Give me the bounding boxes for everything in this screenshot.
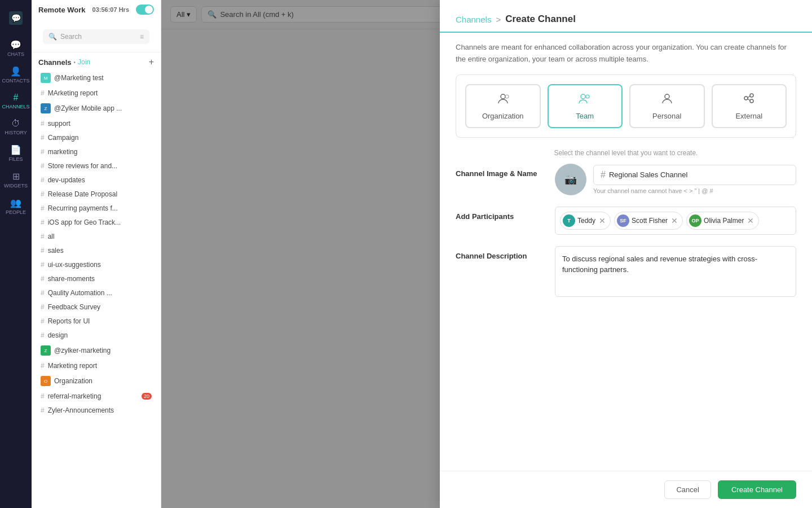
channel-item[interactable]: # ui-ux-suggestions <box>34 258 158 271</box>
channel-item[interactable]: # all <box>34 230 158 243</box>
remote-work-toggle[interactable] <box>136 5 154 15</box>
channel-item[interactable]: # sales <box>34 244 158 257</box>
channel-item[interactable]: # Release Date Proposal <box>34 187 158 201</box>
remove-scott-button[interactable]: ✕ <box>671 216 678 225</box>
remote-work-label: Remote Work <box>38 6 86 14</box>
nav-widgets[interactable]: ⊞ WIDGETS <box>2 168 29 192</box>
hash-icon: # <box>41 204 45 212</box>
channel-item[interactable]: # Campaign <box>34 131 158 144</box>
channel-item[interactable]: # referral-marketing 20 <box>34 389 158 403</box>
channel-item[interactable]: # Reports for UI <box>34 314 158 328</box>
channel-item[interactable]: # design <box>34 329 158 342</box>
nav-history[interactable]: ⏱ HISTORY <box>2 115 29 139</box>
channel-item[interactable]: # share-moments <box>34 272 158 286</box>
channel-item[interactable]: M @Marketing test … <box>34 70 158 86</box>
channel-name: Qaulity Automation ... <box>48 289 152 297</box>
hash-icon: # <box>41 218 45 226</box>
nav-people[interactable]: 👥 PEOPLE <box>2 194 29 218</box>
channel-name: Marketing report <box>48 362 152 370</box>
modal-body: Organization Team Personal <box>440 75 812 471</box>
external-label: External <box>735 112 762 120</box>
channel-name-input-field[interactable]: # Regional Sales Channel <box>593 165 796 185</box>
contacts-icon: 👤 <box>10 66 21 77</box>
add-channel-button[interactable]: + <box>149 57 154 67</box>
channel-item[interactable]: # iOS app for Geo Track... <box>34 216 158 229</box>
people-icon: 👥 <box>10 198 21 208</box>
type-option-external[interactable]: External <box>712 84 787 128</box>
channel-avatar: Z <box>41 103 51 113</box>
channel-item[interactable]: # Marketing report <box>34 359 158 373</box>
channel-avatar: M <box>41 73 51 83</box>
nav-channels[interactable]: # CHANNELS <box>2 89 29 113</box>
participant-tag-scott: SF Scott Fisher ✕ <box>614 212 683 230</box>
channel-name: iOS app for Geo Track... <box>48 218 152 226</box>
channel-name-value[interactable]: Regional Sales Channel <box>609 170 789 179</box>
nav-chats[interactable]: 💬 CHATS <box>2 36 29 60</box>
history-icon: ⏱ <box>11 119 20 129</box>
channel-item[interactable]: # marketing <box>34 145 158 159</box>
nav-contacts[interactable]: 👤 CONTACTS <box>2 63 29 87</box>
svg-point-5 <box>586 95 589 98</box>
hash-icon: # <box>41 134 45 142</box>
join-channels-link[interactable]: Join <box>78 58 90 66</box>
personal-label: Personal <box>652 112 681 120</box>
participant-name-olivia: Olivia Palmer <box>704 217 744 225</box>
description-textarea[interactable]: To discuss regional sales and revenue st… <box>555 246 796 297</box>
channel-name: Organization <box>54 377 140 385</box>
channel-list-header: 🔍 Search ≡ <box>32 19 161 52</box>
participant-avatar-teddy: T <box>563 214 575 227</box>
channel-name: ui-ux-suggestions <box>48 261 152 269</box>
channel-item[interactable]: # support <box>34 117 158 130</box>
channel-item[interactable]: # MArketing report <box>34 86 158 100</box>
channel-image-upload[interactable]: 📷 <box>555 164 586 195</box>
channel-item[interactable]: # dev-updates <box>34 173 158 187</box>
create-channel-button[interactable]: Create Channel <box>718 480 796 499</box>
channel-item[interactable]: Z @zylker-marketing … <box>34 343 158 358</box>
create-channel-modal: Channels > Create Channel Channels are m… <box>440 0 812 508</box>
remove-teddy-button[interactable]: ✕ <box>599 216 606 225</box>
participant-name-scott: Scott Fisher <box>632 217 668 225</box>
channel-name: Feedback Survey <box>48 303 152 311</box>
remove-olivia-button[interactable]: ✕ <box>747 216 754 225</box>
type-option-personal[interactable]: Personal <box>629 84 705 128</box>
breadcrumb-channels-link[interactable]: Channels <box>456 15 491 24</box>
svg-point-9 <box>750 99 753 103</box>
camera-icon: 📷 <box>564 173 577 186</box>
cancel-button[interactable]: Cancel <box>664 480 710 499</box>
channel-item[interactable]: # Qaulity Automation ... <box>34 286 158 300</box>
nav-files[interactable]: 📄 FILES <box>2 141 29 165</box>
channel-item[interactable]: Z @Zylker Mobile app ... … <box>34 100 158 116</box>
channels-title: Channels <box>38 58 72 67</box>
nav-widgets-label: WIDGETS <box>4 183 28 189</box>
channel-type-hint: Select the channel level that you want t… <box>456 149 796 164</box>
channel-item[interactable]: # Recurring payments f... <box>34 202 158 215</box>
nav-history-label: HISTORY <box>5 130 27 135</box>
channels-section-header: Channels • Join + <box>32 52 161 69</box>
participants-row: Add Participants T Teddy ✕ SF Scott Fish… <box>456 207 796 235</box>
participant-tag-teddy: T Teddy ✕ <box>560 212 611 230</box>
channel-item[interactable]: # Store reviews for and... <box>34 159 158 173</box>
files-icon: 📄 <box>10 144 21 155</box>
search-bar[interactable]: 🔍 Search ≡ <box>43 29 149 44</box>
channel-image-name-row: Channel Image & Name 📷 # Regional Sales … <box>456 164 796 195</box>
hash-icon: # <box>41 176 45 184</box>
channel-name: Store reviews for and... <box>48 162 152 170</box>
type-option-organization[interactable]: Organization <box>465 84 541 128</box>
channel-name: Release Date Proposal <box>48 190 152 198</box>
svg-point-4 <box>581 94 585 99</box>
channel-name-hint: Your channel name cannot have < > " | @ … <box>593 187 796 194</box>
remote-work-bar: Remote Work 03:56:07 Hrs <box>32 0 161 19</box>
participant-tag-olivia: OP Olivia Palmer ✕ <box>686 212 759 230</box>
channel-name: sales <box>48 247 152 255</box>
modal-footer: Cancel Create Channel <box>440 471 812 508</box>
icon-navigation: 💬 💬 CHATS 👤 CONTACTS # CHANNELS ⏱ HISTOR… <box>0 0 32 508</box>
external-icon <box>743 92 755 107</box>
channel-item[interactable]: O Organization … <box>34 373 158 389</box>
channel-item[interactable]: # Zyler-Announcements <box>34 404 158 417</box>
type-option-team[interactable]: Team <box>548 84 623 128</box>
hash-icon: # <box>41 362 45 370</box>
filter-icon: ≡ <box>140 33 144 41</box>
modal-description: Channels are meant for enhanced collabor… <box>440 33 812 75</box>
channel-item[interactable]: # Feedback Survey <box>34 300 158 314</box>
participants-field[interactable]: T Teddy ✕ SF Scott Fisher ✕ OP Olivia Pa… <box>555 207 796 235</box>
